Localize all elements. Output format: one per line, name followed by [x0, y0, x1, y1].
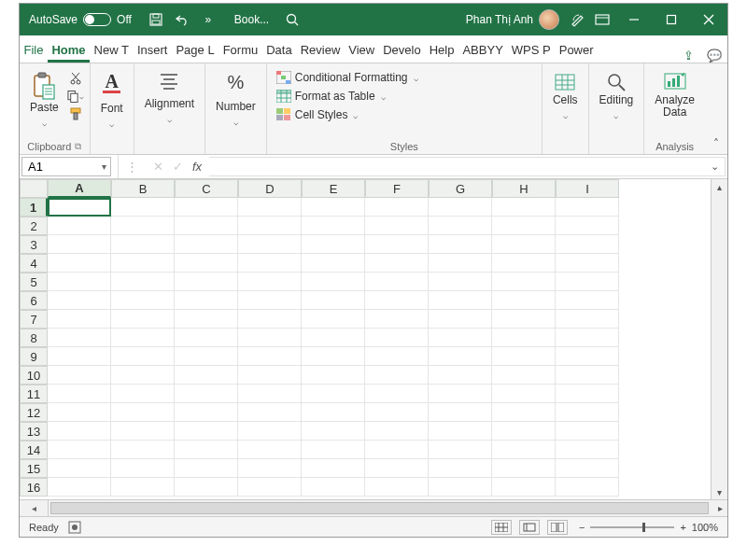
- cell[interactable]: [429, 459, 492, 478]
- cell[interactable]: [48, 291, 111, 310]
- row-header[interactable]: 8: [20, 329, 48, 347]
- cell[interactable]: [175, 385, 238, 403]
- cell[interactable]: [556, 198, 619, 217]
- cell[interactable]: [111, 273, 175, 291]
- tab-abbyy[interactable]: ABBYY: [458, 37, 507, 63]
- cell[interactable]: [238, 254, 302, 273]
- cell[interactable]: [556, 422, 619, 441]
- cell[interactable]: [492, 310, 556, 329]
- cell[interactable]: [492, 459, 556, 478]
- cell[interactable]: [492, 441, 556, 459]
- cell[interactable]: [48, 254, 111, 273]
- tab-page-l[interactable]: Page L: [172, 37, 218, 63]
- cell[interactable]: [238, 291, 302, 310]
- column-header[interactable]: G: [429, 179, 492, 198]
- cell[interactable]: [429, 385, 492, 403]
- tab-new-t[interactable]: New T: [90, 37, 133, 63]
- cell[interactable]: [111, 329, 175, 347]
- macro-record-icon[interactable]: [68, 521, 89, 534]
- cell[interactable]: [238, 441, 302, 459]
- cell[interactable]: [429, 217, 492, 235]
- cell[interactable]: [302, 329, 365, 347]
- analyze-data-button[interactable]: AnalyzeData: [650, 67, 699, 123]
- cell[interactable]: [365, 291, 429, 310]
- cell[interactable]: [48, 459, 111, 478]
- vertical-scrollbar[interactable]: ▴ ▾: [711, 179, 727, 499]
- row-header[interactable]: 6: [20, 291, 48, 310]
- font-button[interactable]: A Font: [96, 67, 128, 134]
- cell[interactable]: [111, 347, 175, 366]
- cell[interactable]: [429, 254, 492, 273]
- paste-button[interactable]: Paste: [25, 67, 63, 133]
- cell[interactable]: [492, 366, 556, 385]
- cell[interactable]: [556, 310, 619, 329]
- row-header[interactable]: 12: [20, 403, 48, 422]
- cell[interactable]: [111, 217, 175, 235]
- cell[interactable]: [238, 459, 302, 478]
- cell[interactable]: [175, 273, 238, 291]
- editing-button[interactable]: Editing: [595, 67, 639, 126]
- cell[interactable]: [365, 198, 429, 217]
- cell[interactable]: [429, 198, 492, 217]
- cell[interactable]: [492, 422, 556, 441]
- cell-styles-button[interactable]: Cell Styles: [273, 106, 536, 123]
- cell[interactable]: [175, 235, 238, 254]
- cell[interactable]: [365, 310, 429, 329]
- cell[interactable]: [238, 403, 302, 422]
- cell[interactable]: [48, 366, 111, 385]
- cell[interactable]: [365, 254, 429, 273]
- cell[interactable]: [492, 385, 556, 403]
- tab-home[interactable]: Home: [48, 37, 90, 63]
- zoom-slider[interactable]: [590, 526, 674, 528]
- column-header[interactable]: E: [302, 179, 365, 198]
- cell[interactable]: [238, 273, 302, 291]
- cell[interactable]: [556, 403, 619, 422]
- minimize-button[interactable]: [615, 4, 653, 35]
- copy-icon[interactable]: ⌵: [67, 89, 84, 104]
- cells-button[interactable]: Cells: [548, 67, 583, 126]
- cell[interactable]: [556, 254, 619, 273]
- scroll-up-icon[interactable]: ▴: [712, 179, 727, 194]
- cell[interactable]: [238, 329, 302, 347]
- cell[interactable]: [302, 198, 365, 217]
- comments-icon[interactable]: 💬: [701, 49, 727, 63]
- cell[interactable]: [556, 235, 619, 254]
- normal-view-icon[interactable]: [491, 520, 512, 535]
- cell[interactable]: [429, 478, 492, 497]
- cell[interactable]: [238, 347, 302, 366]
- cell[interactable]: [365, 441, 429, 459]
- tab-view[interactable]: View: [345, 37, 379, 63]
- cell[interactable]: [48, 310, 111, 329]
- row-header[interactable]: 10: [20, 366, 48, 385]
- cell[interactable]: [48, 347, 111, 366]
- column-header[interactable]: H: [492, 179, 556, 198]
- more-vert-icon[interactable]: ⋮: [126, 160, 138, 174]
- cell[interactable]: [175, 366, 238, 385]
- cell[interactable]: [429, 441, 492, 459]
- more-icon[interactable]: »: [201, 12, 216, 27]
- autosave-toggle[interactable]: AutoSave Off: [20, 13, 139, 26]
- cell[interactable]: [302, 385, 365, 403]
- cell[interactable]: [111, 441, 175, 459]
- fx-icon[interactable]: fx: [192, 160, 202, 174]
- cell[interactable]: [238, 478, 302, 497]
- zoom-in-button[interactable]: +: [680, 522, 685, 533]
- user-name[interactable]: Phan Thị Anh: [460, 13, 539, 26]
- save-icon[interactable]: [148, 12, 163, 27]
- cell[interactable]: [175, 459, 238, 478]
- cell[interactable]: [365, 459, 429, 478]
- cell[interactable]: [111, 366, 175, 385]
- cell[interactable]: [302, 217, 365, 235]
- cell[interactable]: [238, 198, 302, 217]
- cell[interactable]: [556, 459, 619, 478]
- cancel-icon[interactable]: ✕: [153, 160, 163, 174]
- column-header[interactable]: D: [238, 179, 302, 198]
- scroll-right-icon[interactable]: ▸: [712, 500, 727, 516]
- cell[interactable]: [302, 403, 365, 422]
- tab-insert[interactable]: Insert: [133, 37, 172, 63]
- row-header[interactable]: 15: [20, 459, 48, 478]
- cell[interactable]: [111, 403, 175, 422]
- cell[interactable]: [492, 291, 556, 310]
- cell[interactable]: [238, 310, 302, 329]
- cell[interactable]: [429, 329, 492, 347]
